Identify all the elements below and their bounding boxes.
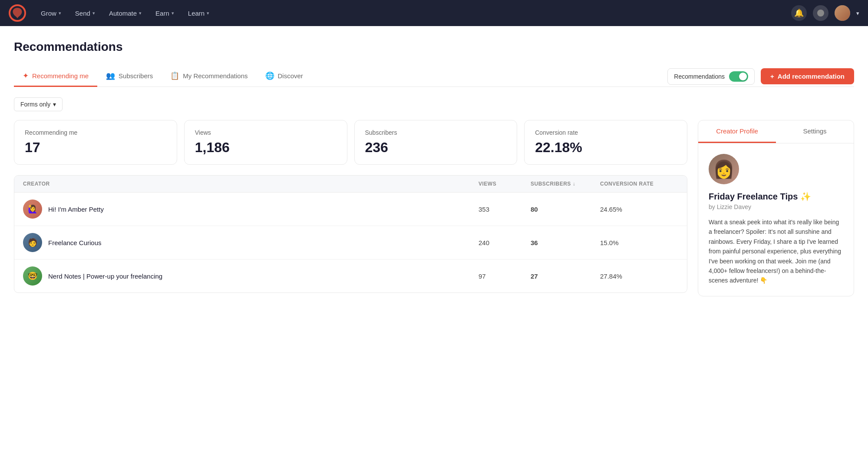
filter-row: Forms only ▾ [14,97,854,111]
add-rec-label: Add recommendation [778,73,845,80]
stats-main: Recommending me 17 Views 1,186 Subscribe… [14,120,687,293]
avatar-amber: 🙋‍♀️ [23,199,42,219]
stat-subscribers-label: Subscribers [365,129,507,136]
tab-my-recommendations-label: My Recommendations [183,72,248,80]
creator-cell-nerd: 🤓 Nerd Notes | Power-up your freelancing [23,266,479,286]
stat-recommending-me-value: 17 [25,140,166,156]
recommendations-toggle[interactable] [729,71,748,82]
th-conversion-rate: CONVERSION RATE [600,181,678,187]
table-row: 🤓 Nerd Notes | Power-up your freelancing… [14,259,687,293]
creator-name-amber: Hi! I'm Amber Petty [48,206,104,213]
avatar-amber-img: 🙋‍♀️ [23,199,42,219]
stat-views-value: 1,186 [195,140,337,156]
table-row: 🙋‍♀️ Hi! I'm Amber Petty 353 80 24.65% [14,193,687,226]
creator-name-nerd: Nerd Notes | Power-up your freelancing [48,273,162,280]
stats-cards: Recommending me 17 Views 1,186 Subscribe… [14,120,687,165]
creator-name-freelance: Freelance Curious [48,239,102,246]
nav-learn-chevron: ▾ [207,10,209,16]
user-menu-chevron[interactable]: ▾ [856,10,859,17]
nav-circle-icon[interactable] [813,5,828,21]
nav-earn-label: Earn [155,10,169,17]
subscribers-amber: 80 [531,206,600,213]
filter-chevron: ▾ [53,101,56,108]
panel-tabs: Creator Profile Settings [698,120,854,143]
tabs-row: ✦ Recommending me 👥 Subscribers 📋 My Rec… [14,66,854,87]
avatar-nerd: 🤓 [23,266,42,286]
tab-discover[interactable]: 🌐 Discover [257,66,312,87]
toggle-knob [739,73,747,80]
panel-tab-settings[interactable]: Settings [776,120,854,143]
tab-recommending-me[interactable]: ✦ Recommending me [14,66,97,87]
tabs-right: Recommendations + Add recommendation [667,68,854,85]
recommending-me-icon: ✦ [23,71,29,80]
creator-cell-freelance: 🧑 Freelance Curious [23,233,479,252]
stat-conversion-label: Conversion rate [535,129,677,136]
tab-subscribers[interactable]: 👥 Subscribers [97,66,162,87]
nav-automate-chevron: ▾ [139,10,142,16]
recommendations-table: CREATOR VIEWS SUBSCRIBERS ↓ CONVERSION R… [14,175,687,293]
stat-subscribers-value: 236 [365,140,507,156]
stat-card-views: Views 1,186 [184,120,347,165]
views-freelance: 240 [479,239,531,246]
subscribers-icon: 👥 [106,71,115,80]
nav-item-grow[interactable]: Grow ▾ [35,6,67,20]
conversion-freelance: 15.0% [600,239,678,246]
main-content: Recommendations ✦ Recommending me 👥 Subs… [0,26,868,472]
panel-tab-creator-profile[interactable]: Creator Profile [698,120,776,143]
logo[interactable] [9,4,26,22]
panel-body: 👩 Friday Freelance Tips ✨ by Lizzie Dave… [698,143,854,296]
tab-subscribers-label: Subscribers [119,72,153,80]
stat-views-label: Views [195,129,337,136]
nav-learn-label: Learn [188,10,205,17]
recommendations-toggle-group: Recommendations [667,68,755,85]
table-row: 🧑 Freelance Curious 240 36 15.0% [14,226,687,259]
nav-item-learn[interactable]: Learn ▾ [182,6,215,20]
user-avatar[interactable] [835,5,850,21]
nav-earn-chevron: ▾ [172,10,174,16]
nav-automate-label: Automate [109,10,137,17]
bell-icon: 🔔 [794,8,804,18]
tabs-left: ✦ Recommending me 👥 Subscribers 📋 My Rec… [14,66,667,86]
stat-card-conversion-rate: Conversion rate 22.18% [524,120,687,165]
notification-bell[interactable]: 🔔 [791,5,807,21]
profile-author: by Lizzie Davey [709,203,843,210]
avatar-freelance-img: 🧑 [23,233,42,252]
avatar-freelance: 🧑 [23,233,42,252]
discover-icon: 🌐 [265,71,274,80]
conversion-nerd: 27.84% [600,273,678,280]
profile-description: Want a sneak peek into what it's really … [709,217,843,286]
th-views: VIEWS [479,181,531,187]
avatar-nerd-img: 🤓 [23,266,42,286]
subscribers-freelance: 36 [531,239,600,246]
panel-settings-label: Settings [803,127,826,135]
nav-item-send[interactable]: Send ▾ [69,6,101,20]
profile-avatar: 👩 [709,154,739,184]
th-subscribers[interactable]: SUBSCRIBERS ↓ [531,181,600,187]
add-recommendation-button[interactable]: + Add recommendation [761,68,854,84]
profile-name: Friday Freelance Tips ✨ [709,191,843,202]
tab-recommending-me-label: Recommending me [32,72,89,80]
toggle-label: Recommendations [674,73,725,80]
stat-conversion-value: 22.18% [535,140,677,156]
filter-label: Forms only [20,101,50,108]
tab-discover-label: Discover [278,72,303,80]
forms-only-filter[interactable]: Forms only ▾ [14,97,63,111]
nav-item-earn[interactable]: Earn ▾ [149,6,180,20]
views-amber: 353 [479,206,531,213]
tab-my-recommendations[interactable]: 📋 My Recommendations [162,66,256,87]
nav-grow-chevron: ▾ [59,10,61,16]
circle-icon [817,10,824,17]
stats-and-panel: Recommending me 17 Views 1,186 Subscribe… [14,120,854,296]
subscribers-nerd: 27 [531,273,600,280]
navbar: Grow ▾ Send ▾ Automate ▾ Earn ▾ Learn ▾ … [0,0,868,26]
page-title: Recommendations [14,40,854,54]
side-panel: Creator Profile Settings 👩 Friday Freela… [698,120,854,296]
stat-recommending-me-label: Recommending me [25,129,166,136]
nav-send-label: Send [75,10,90,17]
th-creator: CREATOR [23,181,479,187]
my-recs-icon: 📋 [170,71,179,80]
views-nerd: 97 [479,273,531,280]
nav-send-chevron: ▾ [92,10,95,16]
nav-item-automate[interactable]: Automate ▾ [103,6,148,20]
nav-items: Grow ▾ Send ▾ Automate ▾ Earn ▾ Learn ▾ [35,6,791,20]
